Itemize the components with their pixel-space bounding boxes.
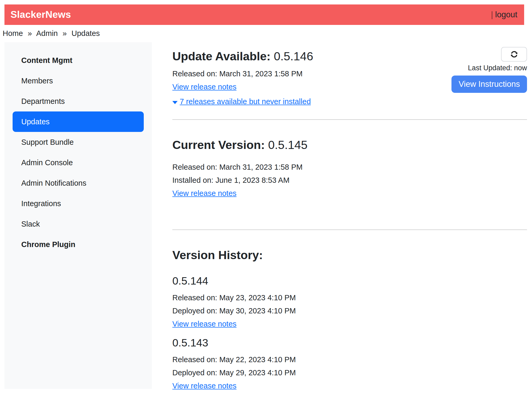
refresh-icon [510,50,519,59]
update-release-notes-link[interactable]: View release notes [172,82,237,92]
section-divider [172,119,527,120]
version-history-section: Version History: 0.5.144 Released on: Ma… [172,248,527,394]
history-release-notes-link[interactable]: View release notes [172,381,237,390]
logout-separator: | [491,10,493,19]
current-version-heading: Current Version: 0.5.145 [172,138,527,152]
history-version: 0.5.143 [172,336,527,349]
sidebar-item-updates[interactable]: Updates [13,111,144,132]
sidebar-item-departments[interactable]: Departments [13,91,144,111]
releases-toggle-link[interactable]: 7 releases available but never installed [180,97,311,106]
sidebar-item-chrome-plugin[interactable]: Chrome Plugin [13,234,144,255]
section-divider [172,229,527,230]
breadcrumb-admin[interactable]: Admin [36,29,58,38]
logout-link[interactable]: logout [495,10,517,19]
history-release-notes-link[interactable]: View release notes [172,319,237,329]
app-header: SlackerNews |logout [4,4,524,25]
update-available-label: Update Available: [172,50,270,63]
update-available-version: 0.5.146 [274,50,313,63]
breadcrumb-separator: » [62,29,67,38]
breadcrumb-updates: Updates [72,29,100,38]
history-entry: 0.5.143 Released on: May 22, 2023 4:10 P… [172,336,527,394]
main-content: Last Updated: now View Instructions Upda… [172,42,527,394]
history-entry: 0.5.144 Released on: May 23, 2023 4:10 P… [172,275,527,332]
update-controls: Last Updated: now View Instructions [451,47,527,93]
history-released-on: Released on: May 22, 2023 4:10 PM [172,355,527,364]
breadcrumb-home[interactable]: Home [3,29,23,38]
current-version-label: Current Version: [172,138,265,152]
dropdown-caret-icon [172,97,178,106]
version-history-heading: Version History: [172,248,527,262]
releases-toggle: 7 releases available but never installed [172,97,527,106]
history-version: 0.5.144 [172,275,527,287]
refresh-button[interactable] [501,47,527,62]
sidebar-item-members[interactable]: Members [13,71,144,91]
app-title[interactable]: SlackerNews [10,9,71,20]
admin-sidebar: Content Mgmt Members Departments Updates… [4,42,152,389]
sidebar-item-content-mgmt[interactable]: Content Mgmt [13,50,144,71]
sidebar-item-support-bundle[interactable]: Support Bundle [13,132,144,152]
logout-area: |logout [491,10,517,19]
view-instructions-button[interactable]: View Instructions [451,76,527,93]
last-updated-text: Last Updated: now [468,64,527,72]
sidebar-item-admin-notifications[interactable]: Admin Notifications [13,173,144,193]
current-installed-on: Installed on: June 1, 2023 8:53 AM [172,175,527,185]
current-version-number: 0.5.145 [268,138,307,152]
current-release-notes-link[interactable]: View release notes [172,189,237,198]
history-deployed-on: Deployed on: May 29, 2023 4:10 PM [172,368,527,377]
sidebar-item-integrations[interactable]: Integrations [13,193,144,214]
breadcrumb: Home » Admin » Updates [3,29,532,38]
history-released-on: Released on: May 23, 2023 4:10 PM [172,293,527,302]
sidebar-item-slack[interactable]: Slack [13,214,144,234]
current-released-on: Released on: March 31, 2023 1:58 PM [172,162,527,172]
history-deployed-on: Deployed on: May 30, 2023 4:10 PM [172,306,527,315]
current-version-section: Current Version: 0.5.145 Released on: Ma… [172,138,527,216]
sidebar-item-admin-console[interactable]: Admin Console [13,152,144,173]
breadcrumb-separator: » [28,29,32,38]
